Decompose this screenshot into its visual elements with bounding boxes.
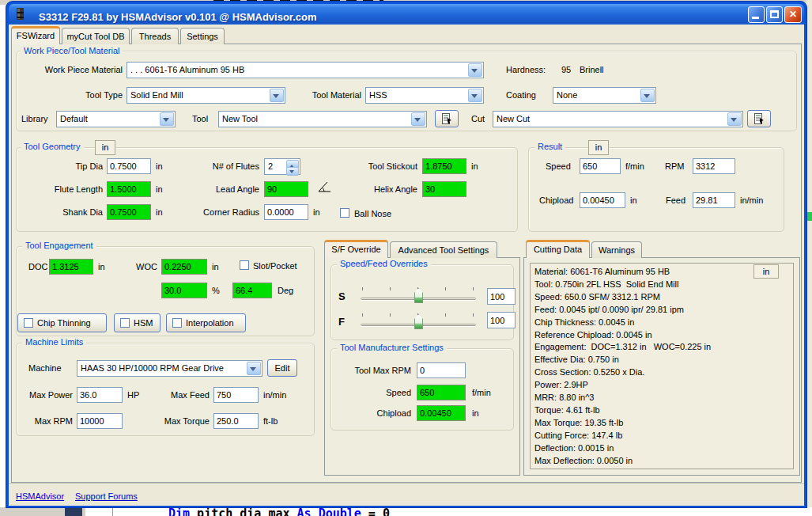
mfr-chipload-field[interactable] (417, 405, 466, 421)
doc-field[interactable] (49, 259, 93, 275)
tool-list-button[interactable] (435, 110, 459, 127)
work-piece-material-value: . . . 6061-T6 Aluminum 95 HB (130, 65, 467, 74)
cut-combo[interactable]: New Cut (493, 111, 743, 127)
corner-radius-field[interactable] (264, 204, 308, 220)
app-icon (13, 7, 28, 21)
max-torque-field[interactable] (213, 413, 259, 429)
dropdown-arrow-icon[interactable] (160, 112, 174, 126)
shank-dia-unit: in (156, 207, 163, 217)
minimize-icon (752, 17, 759, 19)
tab-sf-override[interactable]: S/F Override (324, 240, 388, 258)
work-piece-material-combo[interactable]: . . . 6061-T6 Aluminum 95 HB (127, 62, 484, 78)
mfr-chipload-label: Chipload (356, 408, 411, 418)
tool-max-rpm-field[interactable] (417, 362, 466, 378)
rpm-field[interactable] (693, 158, 735, 174)
ball-nose-label: Ball Nose (354, 209, 391, 218)
edit-machine-button[interactable]: Edit (267, 359, 297, 377)
shank-dia-field[interactable] (107, 204, 151, 220)
maximize-button[interactable] (766, 6, 783, 23)
tab-warnings[interactable]: Warnings (591, 241, 642, 258)
hsmadvisor-link[interactable]: HSMAdvisor (16, 491, 64, 501)
corner-radius-unit: in (313, 207, 320, 217)
helix-angle-field[interactable] (422, 181, 466, 197)
dropdown-arrow-icon[interactable] (270, 89, 284, 102)
speed-field[interactable] (580, 158, 621, 174)
result-groupbox (528, 147, 784, 232)
dropdown-arrow-icon[interactable] (468, 89, 482, 102)
tool-combo[interactable]: New Tool (218, 111, 427, 127)
mfr-speed-unit: f/min (472, 388, 491, 397)
woc-field[interactable] (161, 259, 207, 275)
flutes-spinner[interactable]: 2 (264, 158, 300, 175)
tab-mycut-tool-db[interactable]: myCut Tool DB (62, 28, 130, 44)
screen: Dim pitch dia max As Double = 0 S3312 F2… (0, 0, 812, 516)
hsm-button[interactable]: HSM (114, 313, 161, 332)
tool-type-value: Solid End Mill (130, 90, 269, 100)
max-feed-field[interactable] (213, 387, 259, 403)
flute-length-field[interactable] (107, 181, 151, 197)
woc-unit: in (212, 262, 219, 271)
woc-percent-unit: % (212, 286, 220, 295)
machine-label: Machine (28, 363, 62, 373)
hsm-checkbox[interactable] (120, 318, 130, 328)
tab-fswizard[interactable]: FSWizard (11, 26, 60, 44)
tool-stickout-field[interactable] (422, 158, 466, 174)
lead-angle-field[interactable] (264, 181, 308, 197)
tool-engagement-group-title: Tool Engagement (22, 241, 96, 250)
dropdown-arrow-icon[interactable] (247, 362, 261, 375)
tool-material-combo[interactable]: HSS (365, 87, 484, 104)
tool-geometry-unit-toggle[interactable]: in (95, 140, 115, 155)
s-override-field[interactable] (487, 288, 516, 305)
tab-settings[interactable]: Settings (180, 28, 225, 44)
chipload-field[interactable] (580, 192, 625, 208)
feed-unit: in/min (740, 195, 763, 205)
dropdown-arrow-icon[interactable] (411, 112, 425, 126)
woc-percent-field[interactable] (161, 283, 207, 298)
support-forums-link[interactable]: Support Forums (75, 491, 138, 501)
max-power-field[interactable] (77, 387, 123, 403)
tab-threads[interactable]: Threads (131, 28, 179, 44)
minimize-button[interactable] (748, 6, 765, 23)
slot-pocket-checkbox[interactable] (240, 260, 249, 270)
f-override-field[interactable] (487, 312, 516, 328)
cutting-data-line: Effective Dia: 0.750 in (534, 354, 748, 366)
cutting-data-unit-toggle[interactable]: in (753, 264, 779, 279)
cutting-data-line: Deflection: 0.0015 in (534, 442, 748, 455)
dropdown-arrow-icon[interactable] (640, 89, 655, 102)
tip-dia-field[interactable] (107, 158, 151, 174)
machine-combo[interactable]: HAAS 30 HP/10000 RPM Gear Drive (77, 360, 262, 377)
coating-combo[interactable]: None (553, 87, 656, 104)
cutting-data-line: MRR: 8.80 in^3 (534, 392, 748, 404)
dropdown-arrow-icon[interactable] (727, 112, 742, 126)
mfr-speed-field[interactable] (417, 385, 466, 400)
max-rpm-field[interactable] (77, 413, 123, 429)
flute-length-unit: in (156, 184, 163, 194)
ball-nose-checkbox[interactable] (340, 208, 349, 218)
shank-dia-label: Shank Dia (49, 207, 103, 217)
engagement-angle-unit: Deg (278, 286, 293, 295)
dropdown-arrow-icon[interactable] (468, 63, 482, 77)
lead-angle-button[interactable] (315, 180, 334, 198)
result-unit-toggle[interactable]: in (588, 140, 609, 155)
spinner-down-icon[interactable] (286, 167, 299, 176)
titlebar[interactable]: S3312 F29.81 by HSMAdvisor v0.101 @ HSMA… (9, 4, 804, 25)
result-group-title: Result (534, 142, 565, 151)
background-code-line: Dim pitch dia max As Double = 0 (168, 507, 390, 516)
interpolation-checkbox[interactable] (172, 318, 182, 328)
tab-advanced-tool-settings[interactable]: Advanced Tool Settings (390, 241, 497, 258)
close-button[interactable]: ✕ (784, 6, 802, 23)
feed-field[interactable] (693, 192, 735, 208)
background-bottom-strip: Dim pitch dia max As Double = 0 (0, 507, 812, 516)
chip-thinning-label: Chip Thinning (37, 318, 91, 328)
engagement-angle-field[interactable] (232, 283, 272, 298)
tool-type-combo[interactable]: Solid End Mill (127, 87, 285, 104)
s-override-label: S (338, 290, 346, 302)
chip-thinning-checkbox[interactable] (24, 318, 33, 328)
hardness-label: Hardness: (506, 65, 546, 74)
chip-thinning-button[interactable]: Chip Thinning (17, 313, 107, 332)
cut-list-button[interactable] (747, 110, 771, 127)
library-combo[interactable]: Default (56, 111, 176, 127)
list-icon (441, 113, 452, 124)
tab-cutting-data[interactable]: Cutting Data (526, 240, 590, 258)
interpolation-button[interactable]: Interpolation (166, 313, 246, 332)
